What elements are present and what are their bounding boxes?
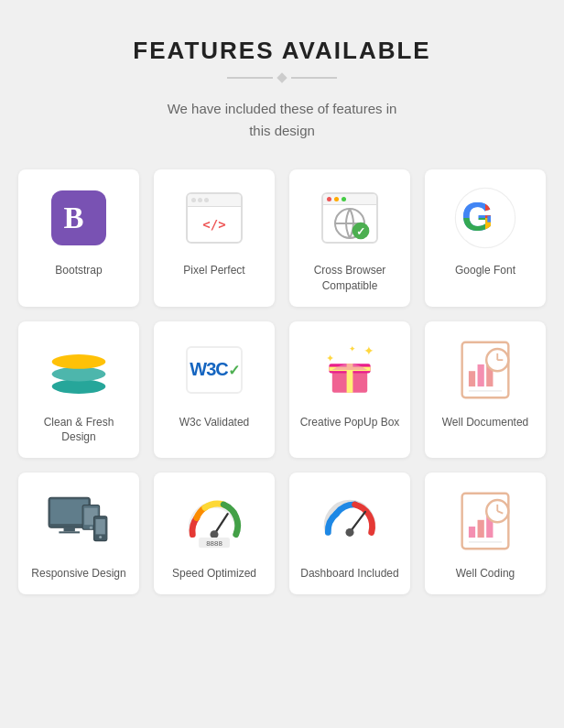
- svg-rect-10: [461, 218, 485, 242]
- feature-card-dashboard: Dashboard Included: [289, 473, 410, 594]
- clean-fresh-label: Clean & Fresh Design: [27, 415, 130, 446]
- well-coding-label: Well Coding: [456, 566, 515, 581]
- section-subtitle: We have included these of features in th…: [18, 98, 546, 142]
- bootstrap-label: Bootstrap: [55, 263, 102, 278]
- svg-rect-39: [96, 519, 105, 534]
- divider-line-right: [291, 77, 337, 79]
- divider-diamond: [277, 72, 287, 82]
- divider: [18, 74, 546, 81]
- pixel-perfect-icon: </>: [182, 186, 246, 250]
- feature-card-pixel-perfect: </> Pixel Perfect: [154, 169, 275, 307]
- svg-point-40: [99, 536, 102, 538]
- svg-rect-48: [469, 527, 475, 538]
- svg-text:✦: ✦: [363, 344, 374, 358]
- feature-card-w3c: W3C✓ W3c Validated: [154, 321, 275, 459]
- feature-card-well-coding: Well Coding: [425, 473, 546, 594]
- svg-rect-25: [478, 364, 484, 386]
- features-page: FEATURES AVAILABLE We have included thes…: [0, 0, 564, 631]
- feature-card-cross-browser: ✓ Cross Browser Compatible: [289, 169, 410, 307]
- w3c-label: W3c Validated: [179, 415, 249, 430]
- svg-point-42: [210, 530, 218, 538]
- pixel-perfect-label: Pixel Perfect: [183, 263, 244, 278]
- svg-rect-49: [478, 520, 484, 538]
- layers-icon: [47, 338, 111, 402]
- svg-text:✓: ✓: [356, 225, 365, 238]
- feature-card-creative-popup: ✦ ✦ ✦ Creative PopUp Box: [289, 321, 410, 459]
- creative-popup-label: Creative PopUp Box: [300, 415, 400, 430]
- svg-rect-33: [64, 527, 75, 531]
- svg-text:✦: ✦: [326, 353, 334, 364]
- w3c-icon: W3C✓: [182, 338, 246, 402]
- well-documented-label: Well Documented: [442, 415, 529, 430]
- feature-card-well-documented: Well Documented: [425, 321, 546, 459]
- dashboard-icon: [318, 489, 382, 553]
- svg-point-13: [52, 379, 106, 394]
- svg-text:✦: ✦: [349, 343, 356, 353]
- well-coding-icon: [453, 489, 517, 553]
- responsive-label: Responsive Design: [31, 566, 125, 581]
- svg-point-14: [52, 366, 106, 381]
- dashboard-label: Dashboard Included: [300, 566, 398, 581]
- cross-browser-label: Cross Browser Compatible: [298, 263, 401, 294]
- svg-point-37: [90, 527, 92, 529]
- features-grid: B Bootstrap </> Pixel Perfect: [18, 169, 546, 594]
- section-title: FEATURES AVAILABLE: [18, 37, 546, 65]
- bootstrap-icon: B: [47, 186, 111, 250]
- well-documented-icon: [453, 338, 517, 402]
- svg-point-46: [345, 528, 353, 537]
- responsive-icon: [47, 489, 111, 553]
- feature-card-clean-fresh: Clean & Fresh Design: [18, 321, 139, 459]
- svg-rect-8: [461, 194, 485, 218]
- feature-card-responsive: Responsive Design: [18, 473, 139, 594]
- speed-icon: 8888: [182, 489, 246, 553]
- svg-point-15: [52, 354, 106, 369]
- svg-rect-24: [469, 371, 475, 386]
- popup-icon: ✦ ✦ ✦: [318, 338, 382, 402]
- feature-card-speed: 8888 Speed Optimized: [154, 473, 275, 594]
- cross-browser-icon: ✓: [318, 186, 382, 250]
- svg-text:B: B: [64, 201, 84, 234]
- feature-card-google-font: G G Google Font: [425, 169, 546, 307]
- google-font-label: Google Font: [455, 263, 515, 278]
- speed-label: Speed Optimized: [172, 566, 256, 581]
- google-font-icon: G G: [453, 186, 517, 250]
- divider-line-left: [227, 77, 273, 79]
- svg-text:8888: 8888: [206, 539, 222, 548]
- feature-card-bootstrap: B Bootstrap: [18, 169, 139, 307]
- svg-rect-34: [59, 532, 80, 534]
